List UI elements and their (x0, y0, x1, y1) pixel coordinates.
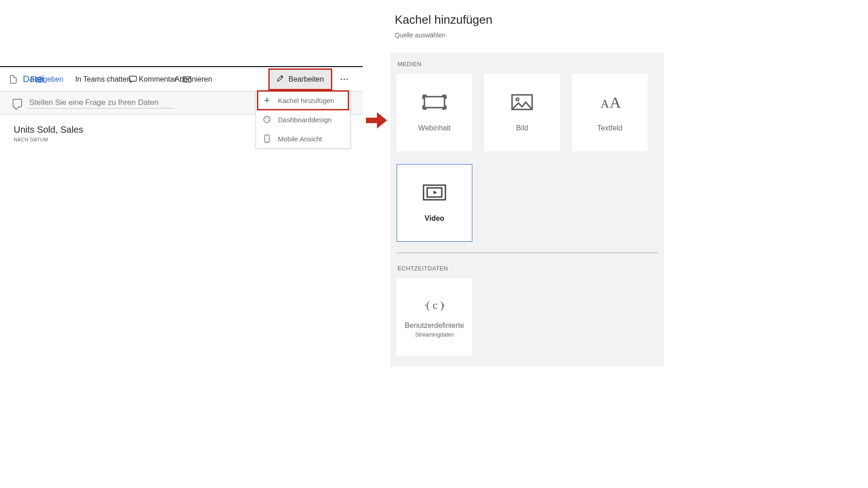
share-button[interactable]: Freigeben (28, 73, 66, 85)
svg-point-7 (267, 141, 267, 142)
edit-dropdown-menu: + Kachel hinzufügen Dashboarddesign Mobi… (256, 90, 350, 149)
realtime-card-grid: ( c ) Benutzerdefinierte Streamingdaten (397, 278, 658, 356)
svg-point-17 (443, 305, 444, 306)
svg-point-3 (265, 118, 266, 119)
svg-text:( c ): ( c ) (426, 299, 444, 311)
comment-icon (13, 99, 22, 107)
card-sublabel: Streamingdaten (415, 332, 454, 338)
svg-point-4 (267, 118, 268, 119)
svg-point-5 (268, 120, 269, 121)
add-tile-panel: Kachel hinzufügen Quelle auswählen MEDIE… (390, 0, 669, 367)
video-icon (422, 183, 447, 202)
panel-subtitle: Quelle auswählen (395, 31, 669, 39)
menu-dashboard-theme[interactable]: Dashboarddesign (256, 110, 350, 129)
file-icon (10, 75, 16, 83)
text-icon: AA (597, 93, 622, 111)
palette-icon (262, 115, 272, 124)
teams-chat-button[interactable]: In Teams chatten (73, 73, 134, 85)
svg-rect-8 (424, 97, 444, 108)
phone-icon (262, 135, 272, 143)
media-card-grid: Webinhalt Bild AA Textfeld Video (397, 74, 658, 242)
more-options-button[interactable]: ··· (337, 73, 353, 85)
card-label: Benutzerdefinierte (405, 322, 464, 330)
qna-input[interactable] (28, 98, 174, 109)
arrow-icon (365, 111, 388, 130)
menu-add-tile-label: Kachel hinzufügen (278, 97, 334, 104)
panel-body: MEDIEN Webinhalt Bild AA Textfeld Video … (390, 52, 664, 367)
tile-source-video[interactable]: Video (397, 164, 472, 242)
section-realtime-header: ECHTZEITDATEN (397, 265, 658, 272)
panel-title: Kachel hinzufügen (395, 13, 669, 27)
menu-mobile-label: Mobile Ansicht (278, 135, 322, 143)
streaming-icon: ( c ) (422, 296, 447, 314)
svg-text:A: A (610, 94, 621, 111)
svg-point-10 (516, 98, 519, 101)
section-divider (397, 253, 658, 253)
toolbar: Datei Freigeben In Teams chatten Komment… (0, 67, 363, 92)
card-label: Webinhalt (418, 124, 451, 132)
section-media-header: MEDIEN (397, 61, 658, 67)
menu-theme-label: Dashboarddesign (278, 116, 332, 124)
subscribe-button[interactable]: Abonnieren (172, 73, 215, 85)
svg-point-16 (425, 305, 426, 306)
mail-icon (183, 76, 191, 83)
svg-point-2 (264, 116, 270, 123)
webcontent-icon (422, 93, 447, 111)
card-label: Bild (516, 124, 528, 132)
tile-source-text[interactable]: AA Textfeld (572, 74, 648, 151)
plus-icon: + (264, 95, 270, 105)
tile-source-image[interactable]: Bild (484, 74, 560, 151)
menu-mobile-view[interactable]: Mobile Ansicht (256, 129, 350, 148)
svg-rect-1 (183, 77, 191, 82)
menu-add-tile[interactable]: + Kachel hinzufügen (256, 91, 350, 110)
card-label: Video (424, 214, 444, 223)
card-label: Textfeld (597, 124, 622, 132)
svg-rect-0 (129, 76, 136, 81)
tile-source-webcontent[interactable]: Webinhalt (397, 74, 472, 151)
edit-button-group: Bearbeiten (270, 69, 330, 89)
svg-text:A: A (601, 97, 609, 110)
pencil-icon (277, 75, 284, 84)
tile-source-streaming[interactable]: ( c ) Benutzerdefinierte Streamingdaten (397, 278, 472, 356)
edit-button[interactable]: Bearbeiten (270, 69, 330, 89)
edit-label: Bearbeiten (288, 75, 324, 83)
image-icon (509, 93, 535, 111)
